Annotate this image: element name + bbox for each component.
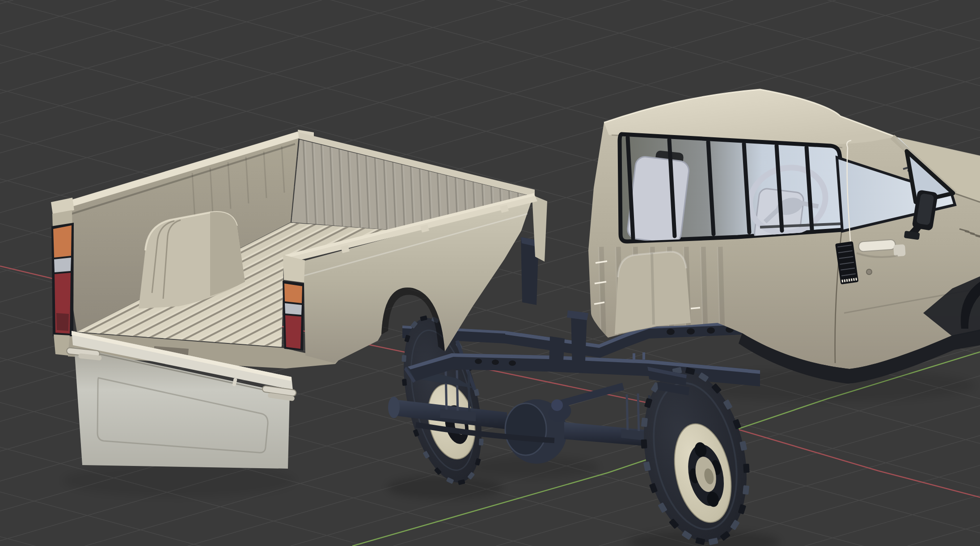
cab-hump-crease <box>652 253 654 325</box>
diff-cover <box>505 403 546 455</box>
left-wheel-shadow <box>387 476 503 499</box>
door-keyhole <box>866 269 872 275</box>
right-taillight-white <box>285 303 302 315</box>
viewport-3d[interactable] <box>0 0 980 546</box>
left-taillight-amber <box>53 225 72 258</box>
rail-hole <box>475 359 482 364</box>
left-taillight-recess <box>56 313 69 331</box>
rail-hole <box>492 360 499 365</box>
tread-lug <box>401 355 406 362</box>
tread-lug <box>641 439 647 449</box>
tread-lug <box>743 485 749 495</box>
left-taillight-white <box>54 258 71 272</box>
seat-left <box>626 156 690 244</box>
right-taillight-amber <box>284 284 302 303</box>
rail-hole <box>707 327 715 334</box>
rail-hole <box>509 360 516 366</box>
scene-canvas[interactable] <box>0 0 980 546</box>
axle-flange-left <box>388 397 400 418</box>
rail-hole <box>687 328 695 334</box>
u-joint <box>551 399 563 411</box>
tread-lug <box>402 379 407 386</box>
tread-lug <box>479 439 484 446</box>
cab-mount-tower[interactable] <box>571 312 587 372</box>
rail-hole <box>667 329 675 335</box>
tailgate-shadow <box>63 465 295 497</box>
tread-lug <box>641 418 648 427</box>
right-taillight-red <box>285 315 301 349</box>
tread-lug <box>743 464 749 473</box>
cab-mount-bracket[interactable] <box>549 336 565 368</box>
